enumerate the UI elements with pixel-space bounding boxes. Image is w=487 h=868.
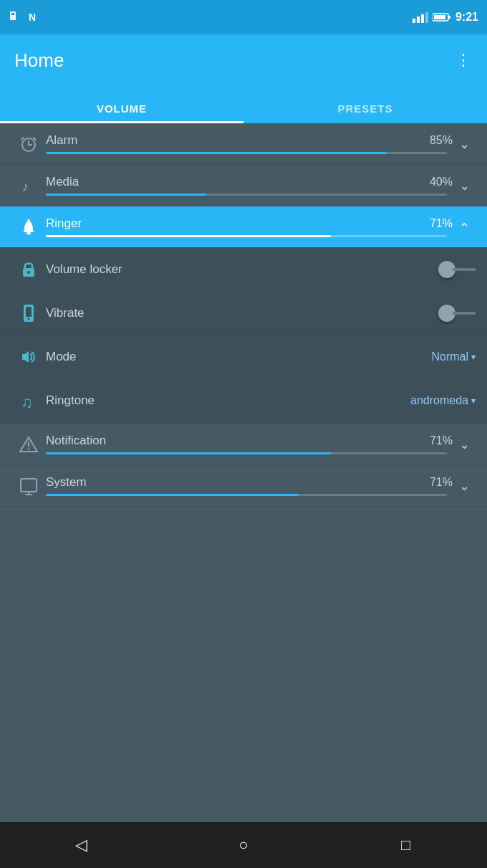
svg-point-17 <box>28 219 30 221</box>
media-progress[interactable] <box>46 194 447 196</box>
svg-line-14 <box>34 138 36 140</box>
media-icon: ♪ <box>11 176 46 196</box>
system-icon <box>11 476 46 496</box>
system-content: System 71% <box>46 475 453 496</box>
media-label: Media <box>46 175 79 189</box>
ringtone-dropdown[interactable]: andromeda ▾ <box>410 394 476 407</box>
system-row[interactable]: System 71% ⌄ <box>0 465 487 507</box>
ringtone-row: ♫ Ringtone andromeda ▾ <box>0 379 487 423</box>
svg-text:N: N <box>29 11 36 23</box>
alarm-label: Alarm <box>46 133 77 148</box>
alarm-row[interactable]: Alarm 85% ⌄ <box>0 123 487 165</box>
ringer-percent: 71% <box>430 217 453 230</box>
bottom-nav: ◁ ○ □ <box>0 822 487 868</box>
mode-row: Mode Normal ▾ <box>0 335 487 379</box>
ringer-content: Ringer 71% <box>46 216 453 237</box>
time-display: 9:21 <box>455 11 478 24</box>
notification-row[interactable]: Notification 71% ⌄ <box>0 423 487 465</box>
ringer-fill <box>46 235 331 237</box>
more-options-button[interactable]: ⋮ <box>455 51 473 70</box>
phone-icon <box>11 303 46 323</box>
media-chevron[interactable]: ⌄ <box>453 178 476 194</box>
alarm-percent: 85% <box>430 134 453 147</box>
alarm-chevron[interactable]: ⌄ <box>453 136 476 152</box>
ringer-chevron[interactable]: ⌄ <box>453 219 476 235</box>
status-bar-left: N <box>9 11 43 24</box>
notification-label: Notification <box>46 434 106 448</box>
svg-point-19 <box>27 271 30 274</box>
system-progress[interactable] <box>46 494 447 496</box>
svg-rect-4 <box>417 16 420 23</box>
tab-presets[interactable]: PRESETS <box>244 102 487 123</box>
volume-locker-switch[interactable] <box>438 261 476 278</box>
system-label: System <box>46 475 87 490</box>
tab-volume[interactable]: VOLUME <box>0 102 244 123</box>
svg-rect-24 <box>22 354 25 360</box>
notification-progress[interactable] <box>46 452 447 454</box>
n-icon: N <box>29 11 43 24</box>
vibrate-switch[interactable] <box>438 305 476 322</box>
alarm-fill <box>46 152 387 154</box>
status-bar: N 9:21 <box>0 0 487 34</box>
ringtone-dropdown-arrow: ▾ <box>471 396 476 406</box>
alarm-progress[interactable] <box>46 152 447 154</box>
notification-percent: 71% <box>430 434 453 447</box>
system-chevron[interactable]: ⌄ <box>453 478 476 494</box>
svg-point-28 <box>28 448 29 449</box>
svg-text:♪: ♪ <box>21 178 29 194</box>
speaker-icon <box>11 347 46 367</box>
media-fill <box>46 194 206 196</box>
sim-icon <box>9 11 24 24</box>
vibrate-label: Vibrate <box>46 306 438 320</box>
battery-icon <box>433 12 451 22</box>
notification-chevron[interactable]: ⌄ <box>453 437 476 452</box>
ringer-row[interactable]: Ringer 71% ⌄ <box>0 206 487 248</box>
svg-rect-8 <box>448 16 450 19</box>
svg-rect-3 <box>413 19 415 23</box>
recents-button[interactable]: □ <box>385 831 428 859</box>
volume-locker-toggle[interactable] <box>438 261 476 278</box>
alarm-content: Alarm 85% <box>46 133 453 154</box>
media-row[interactable]: ♪ Media 40% ⌄ <box>0 165 487 206</box>
main-content: Alarm 85% ⌄ ♪ Media 40% ⌄ <box>0 123 487 822</box>
home-button[interactable]: ○ <box>222 831 265 859</box>
ringtone-label: Ringtone <box>46 394 410 408</box>
ringer-sub-rows: Volume locker Vibrate <box>0 248 487 423</box>
volume-locker-row: Volume locker <box>0 248 487 292</box>
svg-rect-5 <box>421 14 424 23</box>
notification-fill <box>46 452 331 454</box>
music-note-icon: ♫ <box>11 391 46 411</box>
toggle-track-2 <box>453 312 476 315</box>
notification-icon <box>11 434 46 454</box>
svg-rect-29 <box>21 479 37 492</box>
svg-rect-1 <box>11 13 14 15</box>
lock-icon <box>11 259 46 280</box>
vibrate-toggle[interactable] <box>438 305 476 322</box>
media-content: Media 40% <box>46 175 453 196</box>
ringer-progress[interactable] <box>46 235 447 237</box>
svg-rect-21 <box>26 307 32 317</box>
status-bar-right: 9:21 <box>413 11 478 24</box>
app-header: Home ⋮ <box>0 34 487 86</box>
ringer-icon <box>11 217 46 237</box>
tabs-bar: VOLUME PRESETS <box>0 86 487 123</box>
svg-rect-9 <box>434 15 445 19</box>
svg-rect-0 <box>10 11 16 20</box>
signal-icon <box>413 11 428 23</box>
back-button[interactable]: ◁ <box>59 831 102 859</box>
svg-line-13 <box>21 138 24 140</box>
svg-text:♫: ♫ <box>21 394 33 411</box>
mode-dropdown-arrow: ▾ <box>471 352 476 362</box>
system-percent: 71% <box>430 476 453 489</box>
media-percent: 40% <box>430 176 453 189</box>
mode-label: Mode <box>46 350 431 364</box>
mode-dropdown[interactable]: Normal ▾ <box>431 350 476 363</box>
system-fill <box>46 494 299 496</box>
vibrate-row: Vibrate <box>0 292 487 335</box>
mode-value: Normal <box>431 350 468 363</box>
alarm-icon <box>11 134 46 154</box>
notification-content: Notification 71% <box>46 434 453 454</box>
ringtone-value: andromeda <box>410 394 468 407</box>
ringer-label: Ringer <box>46 216 82 231</box>
toggle-track <box>453 268 476 271</box>
